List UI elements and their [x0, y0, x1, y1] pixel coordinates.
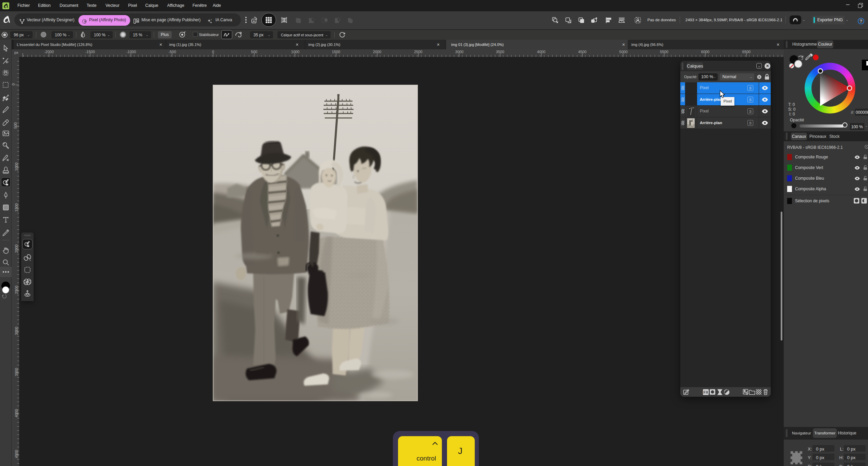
svg-text:A: A [253, 19, 255, 23]
svg-text:FX: FX [703, 390, 708, 394]
